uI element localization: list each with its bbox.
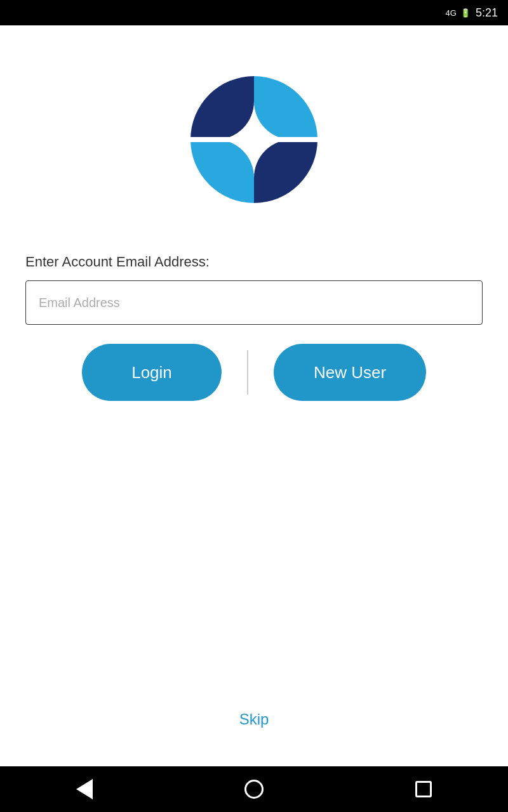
main-content: Enter Account Email Address: Login New U…: [0, 25, 508, 766]
battery-icon: 🔋: [460, 8, 471, 18]
status-bar: 4G 🔋 5:21: [0, 0, 508, 25]
login-button[interactable]: Login: [82, 344, 222, 401]
svg-rect-0: [190, 137, 318, 142]
signal-icon: 4G: [446, 8, 457, 18]
bottom-nav: [0, 766, 508, 812]
app-logo: [178, 63, 330, 216]
home-button[interactable]: [244, 780, 264, 799]
back-button[interactable]: [76, 779, 93, 799]
email-label: Enter Account Email Address:: [25, 254, 483, 270]
form-section: Enter Account Email Address: Login New U…: [25, 254, 483, 401]
new-user-button[interactable]: New User: [274, 344, 426, 401]
recents-button[interactable]: [415, 781, 432, 797]
status-icons: 4G 🔋: [446, 8, 471, 18]
buttons-row: Login New User: [25, 344, 483, 401]
email-input[interactable]: [25, 280, 483, 325]
status-time: 5:21: [476, 6, 498, 20]
skip-section: Skip: [239, 401, 269, 766]
button-divider: [247, 350, 248, 395]
skip-button[interactable]: Skip: [239, 710, 269, 728]
logo-container: [178, 63, 330, 216]
